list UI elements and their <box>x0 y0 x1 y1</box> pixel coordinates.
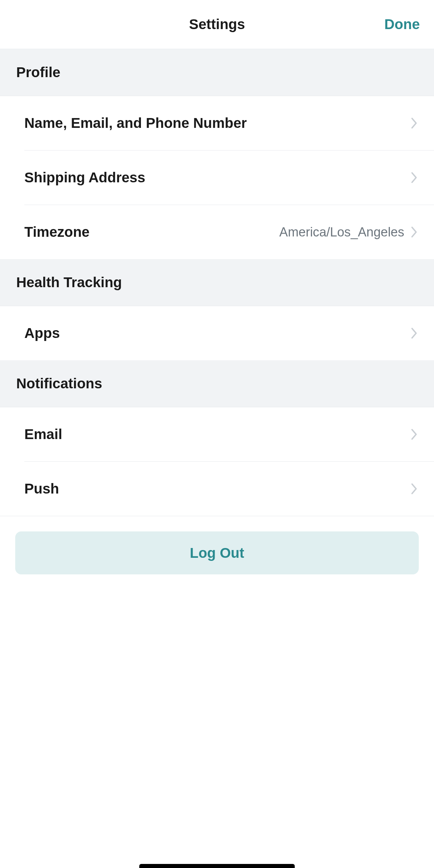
section-header-profile: Profile <box>0 49 434 96</box>
row-label: Push <box>24 481 59 497</box>
section-title: Notifications <box>16 375 418 392</box>
row-label: Name, Email, and Phone Number <box>24 115 247 131</box>
logout-button[interactable]: Log Out <box>15 531 419 574</box>
row-timezone[interactable]: Timezone America/Los_Angeles <box>0 205 434 259</box>
row-label: Apps <box>24 325 60 341</box>
chevron-right-icon <box>411 172 418 183</box>
section-title: Health Tracking <box>16 274 418 291</box>
row-name-email-phone[interactable]: Name, Email, and Phone Number <box>0 96 434 150</box>
row-label: Timezone <box>24 224 90 240</box>
section-header-notifications: Notifications <box>0 360 434 407</box>
row-value: America/Los_Angeles <box>279 225 404 239</box>
section-header-health-tracking: Health Tracking <box>0 259 434 306</box>
chevron-right-icon <box>411 327 418 339</box>
done-button[interactable]: Done <box>384 16 420 32</box>
section-title: Profile <box>16 64 418 81</box>
row-shipping-address[interactable]: Shipping Address <box>0 151 434 205</box>
chevron-right-icon <box>411 429 418 440</box>
chevron-right-icon <box>411 483 418 495</box>
logout-container: Log Out <box>0 516 434 574</box>
row-label: Email <box>24 426 62 442</box>
chevron-right-icon <box>411 117 418 129</box>
home-indicator <box>139 864 295 868</box>
nav-bar: Settings Done <box>0 0 434 49</box>
row-label: Shipping Address <box>24 169 145 186</box>
chevron-right-icon <box>411 226 418 238</box>
row-apps[interactable]: Apps <box>0 306 434 360</box>
page-title: Settings <box>189 16 245 32</box>
row-push-notifications[interactable]: Push <box>0 462 434 516</box>
row-email-notifications[interactable]: Email <box>0 407 434 461</box>
logout-label: Log Out <box>190 545 244 561</box>
